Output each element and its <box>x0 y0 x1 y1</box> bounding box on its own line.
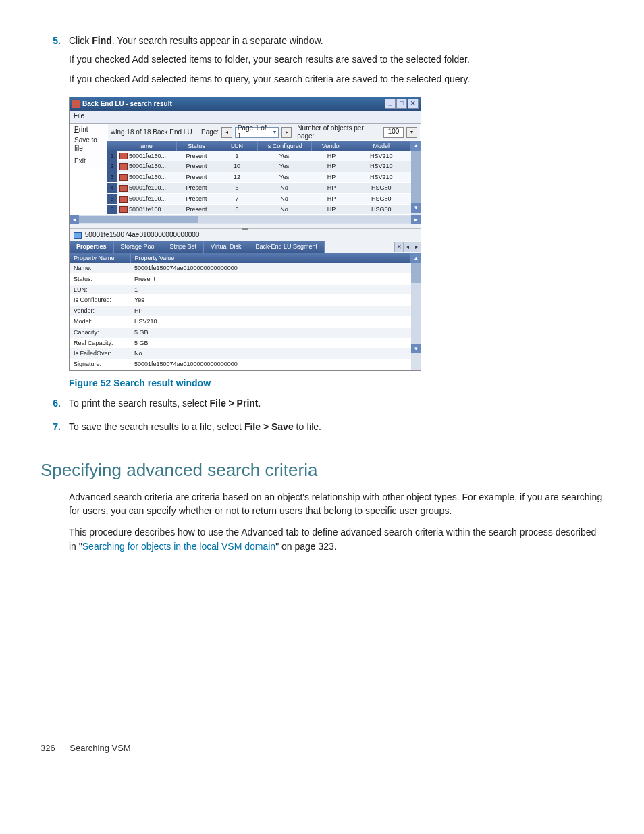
file-print-item[interactable]: Print <box>70 124 107 135</box>
toolbar: wing 18 of 18 Back End LU Page: ◂ Page 1… <box>108 124 420 140</box>
grid-row[interactable]: 4 50001fe100... Present6 NoHPHSG80 <box>107 183 411 194</box>
section-heading: Specifying advanced search criteria <box>41 458 603 484</box>
scroll-down-icon[interactable]: ▾ <box>411 344 421 353</box>
scroll-up-icon[interactable]: ▴ <box>411 253 421 263</box>
prop-row: Name:50001fe150074ae0100000000000000 <box>70 263 411 273</box>
result-count-label: wing 18 of 18 Back End LU <box>111 128 198 136</box>
objects-per-page-value: 100 <box>383 127 404 138</box>
figure-caption: Figure 52 Search result window <box>69 376 603 390</box>
file-menu-dropdown: Print Save to file Exit <box>70 124 107 167</box>
prop-row: Vendor:HP <box>70 306 411 317</box>
text: If you checked Add selected items to que… <box>69 72 603 86</box>
col-isconfigured[interactable]: Is Configured <box>257 141 311 151</box>
tab-scroll-left-icon[interactable]: ◂ <box>403 242 412 252</box>
search-result-window: Back End LU - search result _ □ ✕ File P… <box>69 97 421 371</box>
page-number: 326 <box>41 743 55 753</box>
col-status[interactable]: Status <box>176 141 217 151</box>
file-menu[interactable]: File <box>74 112 84 120</box>
prop-header-name[interactable]: Property Name <box>70 253 130 263</box>
storage-icon <box>74 232 82 239</box>
text-bold: Find <box>92 35 112 46</box>
col-rownum[interactable] <box>107 141 117 151</box>
page-footer: 326 Searching VSM <box>41 742 603 755</box>
text: . Your search results appear in a separa… <box>112 35 323 46</box>
paragraph: This procedure describes how to use the … <box>69 525 603 553</box>
app-icon <box>72 100 80 108</box>
titlebar: Back End LU - search result _ □ ✕ <box>70 97 421 111</box>
chapter-name: Searching VSM <box>70 743 130 753</box>
col-name[interactable]: ame <box>117 141 176 151</box>
file-save-item[interactable]: Save to file <box>70 135 107 154</box>
paragraph: Advanced search criteria are criteria ba… <box>69 490 603 518</box>
tab-stripe-set[interactable]: Stripe Set <box>163 241 205 253</box>
prop-row: Status:Present <box>70 273 411 284</box>
properties-vscroll[interactable]: ▴ ▾ <box>411 253 421 370</box>
scroll-up-icon[interactable]: ▴ <box>411 141 421 151</box>
step-body: Click Find. Your search results appear i… <box>69 34 603 91</box>
prop-row: Is Configured:Yes <box>70 295 411 306</box>
col-lun[interactable]: LUN <box>217 141 257 151</box>
grid-header-row: ame Status LUN Is Configured Vendor Mode… <box>107 141 411 151</box>
scroll-down-icon[interactable]: ▾ <box>411 203 421 213</box>
grid-row[interactable]: 5 50001fe100... Present7 NoHPHSG80 <box>107 193 411 204</box>
page-combo[interactable]: Page 1 of 1 <box>235 127 279 138</box>
grid-row[interactable]: 3 50001fe150... Present12 YesHPHSV210 <box>107 172 411 183</box>
text: Click <box>69 35 92 46</box>
objects-per-page-label: Number of objects per page: <box>297 124 380 140</box>
step-number: 6. <box>41 396 69 415</box>
grid-vscroll[interactable]: ▴ ▾ <box>411 141 421 215</box>
storage-icon <box>119 206 128 213</box>
file-exit-item[interactable]: Exit <box>70 156 107 167</box>
properties-table: Property Name Property Value Name:50001f… <box>70 253 411 370</box>
storage-icon <box>119 153 128 159</box>
minimize-button[interactable]: _ <box>385 99 396 109</box>
text: If you checked Add selected items to fol… <box>69 53 603 66</box>
selected-object-name: 50001fe150074ae0100000000000000 <box>85 231 200 238</box>
step-number: 5. <box>41 34 69 91</box>
grid-row[interactable]: 1 50001fe150... Present1 YesHPHSV210 <box>107 151 411 161</box>
detail-tabbar: Properties Storage Pool Stripe Set Virtu… <box>70 241 421 253</box>
step-number: 7. <box>41 420 69 439</box>
page-label: Page: <box>201 128 219 136</box>
window-title: Back End LU - search result <box>82 100 384 108</box>
prop-row: Signature:50001fe150074ae010000000000000… <box>70 359 411 370</box>
storage-icon <box>119 185 128 192</box>
prop-row: LUN:1 <box>70 284 411 295</box>
objects-per-page-dropdown[interactable]: ▾ <box>406 127 417 138</box>
prop-row: Real Capacity:5 GB <box>70 338 411 348</box>
storage-icon <box>119 174 128 181</box>
prop-header-value[interactable]: Property Value <box>130 253 411 263</box>
maximize-button[interactable]: □ <box>396 99 407 109</box>
scroll-left-icon[interactable]: ◂ <box>70 215 79 224</box>
tab-scroll-right-icon[interactable]: ▸ <box>412 242 421 252</box>
col-model[interactable]: Model <box>352 141 411 151</box>
cross-reference-link[interactable]: Searching for objects in the local VSM d… <box>82 541 275 552</box>
page-prev-button[interactable]: ◂ <box>221 127 232 138</box>
results-grid: ame Status LUN Is Configured Vendor Mode… <box>107 141 411 215</box>
tab-properties[interactable]: Properties <box>70 241 114 253</box>
tab-storage-pool[interactable]: Storage Pool <box>114 241 163 253</box>
prop-row: Is FailedOver:No <box>70 348 411 359</box>
step-body: To save the search results to a file, se… <box>69 420 603 439</box>
tab-backend-lu-segment[interactable]: Back-End LU Segment <box>248 241 325 253</box>
tab-scroll-controls: ✕ ◂ ▸ <box>394 241 421 253</box>
tab-close-icon[interactable]: ✕ <box>394 242 403 252</box>
grid-row[interactable]: 6 50001fe100... Present8 NoHPHSG80 <box>107 204 411 215</box>
storage-icon <box>119 163 128 170</box>
storage-icon <box>119 196 128 203</box>
scroll-right-icon[interactable]: ▸ <box>411 215 421 224</box>
tab-virtual-disk[interactable]: Virtual Disk <box>204 241 248 253</box>
grid-hscroll[interactable]: ◂ ▸ <box>70 215 421 224</box>
grid-row[interactable]: 2 50001fe150... Present10 YesHPHSV210 <box>107 161 411 172</box>
col-vendor[interactable]: Vendor <box>311 141 352 151</box>
prop-row: Capacity:5 GB <box>70 327 411 338</box>
prop-row: Model:HSV210 <box>70 317 411 328</box>
menubar: File <box>70 111 421 124</box>
close-button[interactable]: ✕ <box>408 99 419 109</box>
step-body: To print the search results, select File… <box>69 396 603 415</box>
page-next-button[interactable]: ▸ <box>281 127 292 138</box>
